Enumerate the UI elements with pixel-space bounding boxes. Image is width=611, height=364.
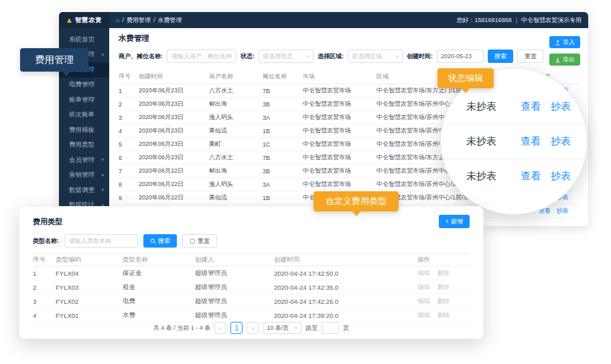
delete-link[interactable]: 删除 [437, 269, 450, 276]
stall-name: 1B [263, 195, 303, 201]
sidebar-item-label: 费用类型 [69, 141, 94, 149]
sidebar-item-label: 会员管理 [69, 156, 94, 165]
merchant-name: 八方水土 [209, 86, 263, 95]
sidebar-item[interactable]: 费用模板 ▾ [59, 122, 109, 138]
sidebar-item[interactable]: 系统首页 ▾ [59, 32, 109, 48]
created-date: 2020年06月23日 [139, 113, 209, 122]
plus-icon: + [446, 218, 449, 225]
edit-link[interactable]: 编辑 [417, 311, 430, 318]
created-time: 2020-04-24 17:42:50.0 [274, 270, 417, 277]
market-name: 中仑智慧农贸市场 [303, 180, 377, 189]
created-time: 2020-04-24 17:39:20.0 [274, 312, 417, 319]
market-name: 中仑智慧农贸市场 [303, 86, 377, 95]
add-button[interactable]: + 新增 [439, 215, 470, 228]
created-date: 2020年06月23日 [139, 153, 209, 162]
sidebar-item[interactable]: 电费管理 ▾ [59, 78, 109, 93]
sidebar-item[interactable]: 会员管理 ▾ [59, 153, 109, 168]
col-header: 摊位名称 [263, 72, 303, 81]
breadcrumb-separator: / [122, 17, 124, 23]
export-button[interactable]: 导出 [549, 54, 580, 66]
col-header: 创建时间 [274, 256, 417, 264]
row-index: 9 [119, 195, 139, 201]
import-button[interactable]: 导入 [549, 36, 580, 48]
breadcrumb: ⌂ / 费用管理 / 水费管理 [116, 16, 182, 25]
created-date: 2020年06月22日 [139, 167, 209, 175]
jump-prefix-label: 跳至 [306, 324, 318, 333]
sidebar-item[interactable]: 数据调查 ▾ [59, 183, 109, 198]
jump-page-input[interactable] [322, 322, 339, 334]
logo: 智慧农资 [59, 12, 109, 28]
area-select[interactable]: 请选择区域 ∨ [348, 50, 403, 63]
row-actions: 查看 抄表 [515, 170, 571, 183]
type-code: FYLX01 [56, 312, 123, 319]
stall-name: 3B [263, 168, 303, 175]
creator-name: 超级管理员 [195, 283, 274, 292]
type-name: 保证金 [123, 269, 195, 278]
delete-link[interactable]: 删除 [437, 297, 450, 304]
sidebar-item[interactable]: 费用类型 ▾ [59, 138, 109, 153]
prev-page-button[interactable]: ‹ [214, 322, 226, 334]
edit-link[interactable]: 编辑 [417, 297, 430, 304]
row-actions: 查看 抄表 [515, 135, 571, 148]
type-code: FYLX02 [56, 298, 123, 305]
type-name-input[interactable] [64, 234, 138, 248]
magnified-row: 未抄表 查看 抄表 [441, 159, 587, 193]
view-link[interactable]: 查看 [521, 135, 541, 147]
panel-search-button[interactable]: 搜索 [143, 234, 177, 248]
meter-link[interactable]: 抄表 [557, 207, 569, 214]
market-name: 中仑智慧农贸市场 [303, 167, 377, 175]
meter-link[interactable]: 抄表 [551, 135, 571, 147]
market-name: 中仑智慧农贸市场 [303, 153, 377, 162]
search-icon [150, 238, 156, 244]
sidebar-item[interactable]: 营销管理 ▾ [59, 168, 109, 183]
merchant-stall-input[interactable] [167, 50, 236, 63]
creator-name: 超级管理员 [195, 269, 274, 278]
merchant-name: 渔人码头 [209, 180, 263, 189]
current-page-button[interactable]: 1 [230, 322, 243, 334]
breadcrumb-item-water[interactable]: 水费管理 [157, 16, 182, 25]
view-link[interactable]: 查看 [521, 100, 541, 112]
merchant-name: 鲜出海 [209, 167, 263, 175]
market-name: 中仑智慧农贸市场 [303, 113, 377, 122]
edit-link[interactable]: 编辑 [417, 283, 430, 290]
search-button[interactable]: 搜索 [488, 50, 513, 63]
page-size-select[interactable]: 10 条/页 ∨ [263, 322, 301, 334]
meter-link[interactable]: 抄表 [551, 170, 571, 181]
tenant-text: 中仑智慧农贸演示专用 [521, 16, 582, 25]
next-page-button[interactable]: › [247, 322, 259, 334]
panel-reset-button[interactable]: 重置 [182, 234, 217, 248]
jump-suffix-label: 页 [343, 324, 349, 333]
sidebar-item[interactable]: 账单管理 ▾ [59, 92, 109, 108]
row-index: 5 [119, 141, 139, 148]
import-export-group: 导入 导出 [549, 36, 580, 66]
sidebar-item-label: 账单管理 [69, 96, 94, 104]
table-row: 4 FYLX01 水费 超级管理员 2020-04-24 17:39:20.0 … [33, 308, 470, 323]
panel-header: 费用类型 + 新增 [19, 207, 483, 230]
row-actions: 查看 抄表 [515, 100, 571, 113]
row-index: 1 [33, 270, 56, 277]
date-range-input[interactable]: 2020-05-23 [437, 50, 484, 63]
delete-link[interactable]: 删除 [437, 283, 450, 290]
breadcrumb-item-fee[interactable]: 费用管理 [127, 16, 151, 25]
status-select[interactable]: 请选择状态 ∨ [259, 50, 314, 63]
panel-title: 费用类型 [33, 217, 62, 227]
table-header-row: 序号 类型编码 类型名称 创建人 创建时间 操作 [33, 253, 470, 266]
home-icon[interactable]: ⌂ [116, 17, 119, 23]
view-link[interactable]: 查看 [521, 170, 541, 181]
type-name: 电费 [123, 297, 195, 306]
row-index: 7 [119, 168, 139, 175]
table-row: 3 FYLX02 电费 超级管理员 2020-04-24 17:42:26.0 … [33, 294, 470, 308]
delete-link[interactable]: 删除 [437, 311, 450, 318]
sidebar-item[interactable]: 班次账单 ▾ [59, 108, 109, 123]
stall-name: 7B [263, 88, 303, 94]
upload-icon [555, 39, 561, 46]
area-filter-label: 选择区域: [318, 52, 344, 61]
reset-button[interactable]: 重置 [517, 50, 544, 63]
meter-link[interactable]: 抄表 [551, 100, 571, 112]
name-filter-label: 商户、摊位名称: [119, 52, 163, 61]
edit-link[interactable]: 编辑 [417, 269, 430, 276]
merchant-name: 果仙流 [209, 193, 263, 202]
row-actions: 查看 抄表 [539, 207, 579, 215]
greeting-text: 您好：15816816868 [457, 16, 512, 25]
download-icon [555, 57, 561, 63]
